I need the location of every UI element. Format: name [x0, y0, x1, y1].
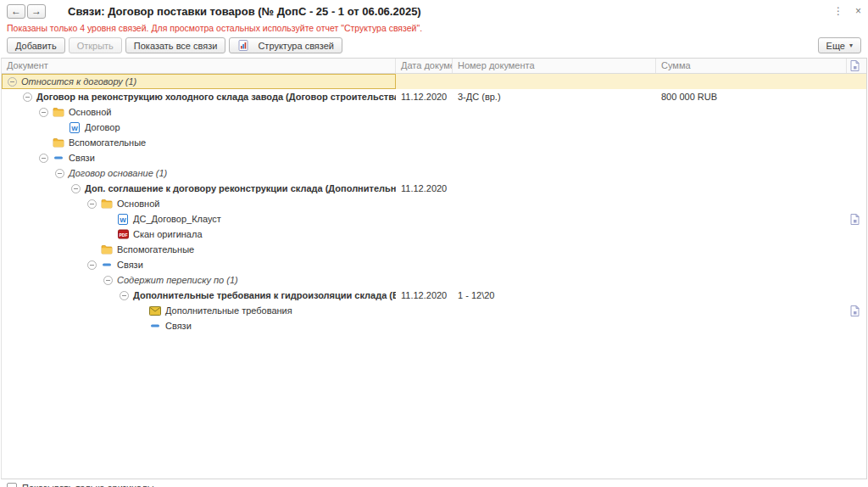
file-indicator-cell	[847, 288, 866, 303]
document-number	[453, 74, 656, 89]
chevron-down-icon: ▾	[849, 42, 853, 49]
document-date	[396, 104, 453, 120]
links-tree-table: Документ Дата документа Номер документа …	[1, 58, 867, 479]
document-number	[453, 211, 656, 227]
show-all-links-button[interactable]: Показать все связи	[125, 37, 226, 53]
file-indicator-icon	[849, 305, 860, 316]
tree-row[interactable]: Договор на реконструкцию холодного склад…	[2, 89, 866, 104]
document-sum	[656, 74, 847, 89]
document-date	[396, 120, 453, 135]
document-date: 11.12.2020	[396, 288, 453, 303]
file-indicator-cell	[847, 257, 866, 272]
tree-row-label: ДС_Договор_Клауст	[133, 214, 221, 224]
tree-row[interactable]: Основной	[2, 104, 866, 120]
column-header-date[interactable]: Дата документа	[396, 59, 453, 73]
document-sum	[656, 104, 847, 120]
column-header-sum[interactable]: Сумма	[656, 59, 847, 73]
originals-only-label: Показывать только оригиналы	[22, 483, 154, 487]
tree-row-label: Договор	[85, 122, 120, 132]
collapse-expander-icon[interactable]	[39, 108, 48, 117]
link-structure-button[interactable]: Структура связей	[229, 37, 342, 53]
footer: Показывать только оригиналы	[0, 479, 868, 487]
folder-icon	[53, 107, 64, 118]
document-date	[396, 227, 453, 242]
file-indicator-cell	[847, 104, 866, 120]
close-icon[interactable]: ×	[855, 5, 861, 17]
tree-row[interactable]: Основной	[2, 196, 866, 211]
collapse-expander-icon[interactable]	[103, 276, 113, 285]
word-file-icon: W	[69, 122, 81, 133]
document-sum	[656, 165, 847, 181]
open-button[interactable]: Открыть	[69, 37, 122, 53]
file-indicator-cell	[847, 318, 866, 333]
svg-text:W: W	[120, 216, 126, 223]
link-icon	[101, 260, 113, 271]
originals-only-checkbox[interactable]	[7, 483, 17, 487]
collapse-expander-icon[interactable]	[8, 77, 17, 87]
tree-row-label: Скан оригинала	[133, 229, 203, 239]
document-date: 11.12.2020	[396, 89, 453, 104]
column-header-file[interactable]	[847, 59, 866, 73]
tree-row[interactable]: Дополнительные требования	[2, 303, 866, 318]
document-date	[396, 150, 453, 165]
document-number	[453, 181, 656, 196]
tree-row[interactable]: PDFСкан оригинала	[2, 227, 866, 242]
document-date	[396, 318, 453, 333]
file-indicator-cell	[847, 89, 866, 104]
folder-icon	[53, 137, 64, 148]
document-date	[396, 272, 453, 288]
tree-row[interactable]: WДС_Договор_Клауст	[2, 211, 866, 227]
document-sum	[656, 135, 847, 150]
collapse-expander-icon[interactable]	[23, 92, 32, 102]
document-sum	[656, 257, 847, 272]
collapse-expander-icon[interactable]	[55, 169, 64, 178]
link-icon	[53, 153, 64, 164]
tree-row-label: Дополнительные требования	[165, 305, 292, 316]
collapse-expander-icon[interactable]	[120, 291, 129, 300]
add-button[interactable]: Добавить	[7, 37, 65, 53]
forward-button[interactable]: →	[27, 4, 46, 19]
document-date	[396, 135, 453, 150]
tree-row-label: Относится к договору (1)	[21, 76, 136, 87]
svg-text:W: W	[71, 124, 78, 132]
document-number: 1 - 12\20	[453, 288, 656, 303]
table-header: Документ Дата документа Номер документа …	[2, 59, 866, 74]
document-sum	[656, 227, 847, 242]
document-number	[453, 196, 656, 211]
tree-row[interactable]: Дополнительные требования к гидроизоляци…	[2, 288, 866, 303]
tree-row[interactable]: Связи	[2, 318, 866, 333]
page-title: Связи: Договор поставки товаров (№ ДопС …	[68, 5, 421, 18]
tree-row[interactable]: WДоговор	[2, 120, 866, 135]
tree-row[interactable]: Относится к договору (1)	[2, 74, 866, 89]
tree-row[interactable]: Договор основание (1)	[2, 165, 866, 181]
collapse-expander-icon[interactable]	[71, 184, 81, 193]
tree-row-label: Основной	[117, 199, 159, 209]
file-indicator-cell	[847, 181, 866, 196]
file-indicator-cell	[847, 150, 866, 165]
file-indicator-cell	[847, 227, 866, 242]
document-sum: 800 000 RUB	[656, 89, 847, 104]
back-button[interactable]: ←	[7, 4, 25, 19]
document-sum	[656, 120, 847, 135]
tree-row[interactable]: Доп. соглашение к договору реконструкции…	[2, 181, 866, 196]
file-indicator-cell	[847, 303, 866, 318]
column-header-document[interactable]: Документ	[2, 59, 396, 73]
collapse-expander-icon[interactable]	[87, 199, 97, 209]
document-sum	[656, 288, 847, 303]
collapse-expander-icon[interactable]	[87, 260, 97, 270]
collapse-expander-icon[interactable]	[39, 154, 48, 163]
tree-row-label: Вспомогательные	[117, 244, 194, 255]
tree-row[interactable]: Содержит переписку по (1)	[2, 272, 866, 288]
document-sum	[656, 303, 847, 318]
folder-icon	[101, 199, 113, 210]
document-date	[396, 303, 453, 318]
tree-row[interactable]: Связи	[2, 150, 866, 165]
tree-row[interactable]: Вспомогательные	[2, 135, 866, 150]
document-sum	[656, 211, 847, 227]
file-indicator-icon	[849, 214, 860, 225]
window-menu-icon[interactable]: ⋮	[833, 5, 843, 17]
tree-row[interactable]: Связи	[2, 257, 866, 272]
more-button[interactable]: Еще ▾	[818, 37, 861, 53]
column-header-number[interactable]: Номер документа	[453, 59, 656, 73]
tree-row[interactable]: Вспомогательные	[2, 242, 866, 257]
